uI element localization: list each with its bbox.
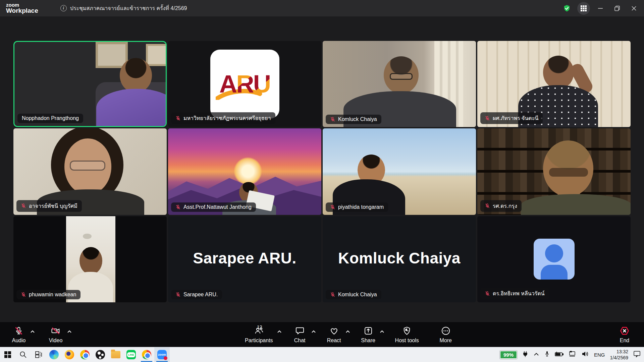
more-button[interactable]: More — [438, 326, 453, 344]
search-icon[interactable] — [15, 347, 31, 362]
react-options-chevron[interactable] — [345, 328, 350, 335]
battery-tray-icon[interactable] — [555, 351, 564, 358]
participant-name: อาจารย์พัชนี บุญรัศมี — [29, 202, 77, 210]
windows-taskbar: LINE zoom 99% ENG 13:32 1/4/2569 — [0, 347, 644, 362]
participants-count-badge: 12 — [257, 324, 262, 330]
participant-name: ดร.อิทธิเทพ หลีนวรัตน์ — [493, 289, 545, 298]
end-meeting-icon — [620, 326, 630, 336]
video-button[interactable]: Video — [48, 326, 63, 344]
person-glasses — [390, 73, 413, 80]
host-tools-button[interactable]: Host tools — [395, 326, 419, 344]
audio-button[interactable]: Audio — [11, 326, 26, 344]
edge-browser-icon[interactable] — [46, 347, 62, 362]
video-tile-patchanee[interactable]: อาจารย์พัชนี บุญรัศมี — [13, 128, 167, 215]
share-options-chevron[interactable] — [380, 328, 384, 335]
line-app-icon[interactable]: LINE — [123, 347, 139, 362]
participant-name: Komluck Chaiya — [338, 116, 377, 122]
video-tile-komluck[interactable]: Komluck Chaiya — [323, 41, 476, 127]
video-tile-komluck-2[interactable]: Komluck Chaiya Komluck Chaiya — [323, 216, 476, 302]
participant-name: piyathida tongaram — [338, 204, 384, 210]
zoom-title-bar: zoom Workplace i ประชุมสภาคณาจารย์และข้า… — [0, 0, 644, 16]
display-name-text: Sarapee ARU. — [168, 249, 321, 267]
firefox-browser-icon[interactable] — [62, 347, 77, 362]
video-tile-nattawut[interactable]: Asst.Prof.Nattawut Janthong — [168, 128, 321, 215]
tray-expand-chevron[interactable] — [533, 352, 539, 358]
battery-percent-widget[interactable]: 99% — [500, 351, 517, 359]
minimize-button[interactable] — [593, 2, 608, 15]
more-label: More — [440, 338, 452, 344]
security-shield-icon[interactable] — [559, 2, 574, 15]
participant-name: Nopphadon Prangthong — [22, 115, 79, 121]
zoom-workplace-logo: zoom Workplace — [6, 2, 38, 14]
participant-name: ผศ.ภัทราพร จันตะนี — [493, 114, 538, 122]
power-plug-icon[interactable] — [522, 351, 528, 359]
video-label: Video — [49, 338, 63, 344]
participant-video-grid: Nopphadon Prangthong ARU มหาวิทยาลัยราชภ… — [13, 41, 631, 302]
participant-name: Sarapee ARU. — [183, 292, 218, 298]
chrome-browser-icon[interactable] — [77, 347, 93, 362]
video-options-chevron[interactable] — [67, 328, 72, 335]
close-window-button[interactable] — [627, 2, 641, 15]
participants-options-chevron[interactable] — [277, 328, 282, 335]
video-tile-piyathida[interactable]: piyathida tongaram — [323, 128, 476, 215]
meeting-info-icon[interactable]: i — [60, 5, 67, 11]
profile-badge — [145, 353, 150, 358]
end-meeting-button[interactable]: End — [617, 326, 632, 344]
start-button[interactable] — [0, 347, 15, 362]
person-glasses — [70, 161, 105, 171]
participant-name-label: รศ.ดร.กรุง — [480, 200, 522, 212]
participants-button[interactable]: 12 Participants — [245, 326, 273, 344]
host-tools-label: Host tools — [395, 338, 419, 344]
person-head — [543, 56, 574, 89]
participant-name: รศ.ดร.กรุง — [493, 202, 517, 210]
mic-muted-icon — [485, 116, 490, 121]
chat-button[interactable]: Chat — [292, 326, 307, 344]
participant-name-label: phuwamin wadkean — [16, 290, 80, 299]
more-ellipsis-icon — [441, 326, 450, 336]
taskbar-clock[interactable]: 13:32 1/4/2569 — [610, 349, 629, 361]
microphone-tray-icon[interactable] — [544, 351, 550, 359]
person-body — [521, 194, 631, 215]
audio-options-chevron[interactable] — [30, 328, 35, 335]
chrome-profile-icon[interactable] — [139, 347, 154, 362]
notification-center-icon[interactable] — [633, 351, 641, 359]
zoom-app-icon[interactable]: zoom — [154, 347, 170, 362]
chat-options-chevron[interactable] — [311, 328, 316, 335]
react-button[interactable]: React — [327, 326, 341, 344]
video-tile-nopphadon[interactable]: Nopphadon Prangthong — [13, 41, 167, 127]
video-tile-phuwamin[interactable]: phuwamin wadkean — [13, 216, 167, 302]
aru-logo-text: ARU — [219, 70, 270, 98]
mic-muted-icon — [175, 292, 181, 297]
video-tile-aru-university[interactable]: ARU มหาวิทยาลัยราชภัฏพระนครศรีอยุธยา — [168, 41, 321, 127]
participant-name: มหาวิทยาลัยราชภัฏพระนครศรีอยุธยา — [183, 114, 271, 122]
speaker-tray-icon[interactable] — [582, 351, 589, 358]
heart-react-icon — [329, 326, 339, 336]
avatar-body — [541, 265, 568, 280]
video-tile-krung[interactable]: รศ.ดร.กรุง — [477, 128, 631, 215]
task-view-icon[interactable] — [31, 347, 46, 362]
display-name-text: Komluck Chaiya — [323, 249, 476, 267]
video-tile-sarapee[interactable]: Sarapee ARU. Sarapee ARU. — [168, 216, 321, 302]
apps-grid-icon[interactable] — [576, 2, 591, 15]
participant-name: Asst.Prof.Nattawut Janthong — [183, 204, 252, 210]
video-tile-pattharaporn[interactable]: ผศ.ภัทราพร จันตะนี — [477, 41, 631, 127]
default-avatar-icon — [534, 239, 575, 280]
language-indicator[interactable]: ENG — [594, 352, 605, 358]
share-label: Share — [361, 338, 375, 344]
logo-workplace-text: Workplace — [6, 7, 38, 14]
taskbar-time: 13:32 — [610, 349, 629, 355]
person-head — [79, 247, 102, 275]
share-button[interactable]: Share — [361, 326, 376, 344]
obs-studio-icon[interactable] — [93, 347, 108, 362]
end-label: End — [620, 338, 629, 344]
mic-muted-icon — [485, 203, 490, 208]
mic-muted-icon — [175, 116, 181, 121]
line-logo-text: LINE — [127, 352, 135, 357]
file-explorer-icon[interactable] — [108, 347, 123, 362]
participant-name-label: อาจารย์พัชนี บุญรัศมี — [16, 200, 82, 212]
participant-name-label: Nopphadon Prangthong — [17, 114, 83, 123]
video-tile-itthithep[interactable]: ดร.อิทธิเทพ หลีนวรัตน์ — [477, 216, 631, 302]
participants-label: Participants — [245, 338, 273, 344]
network-tray-icon[interactable] — [569, 351, 577, 358]
restore-window-button[interactable] — [610, 2, 625, 15]
